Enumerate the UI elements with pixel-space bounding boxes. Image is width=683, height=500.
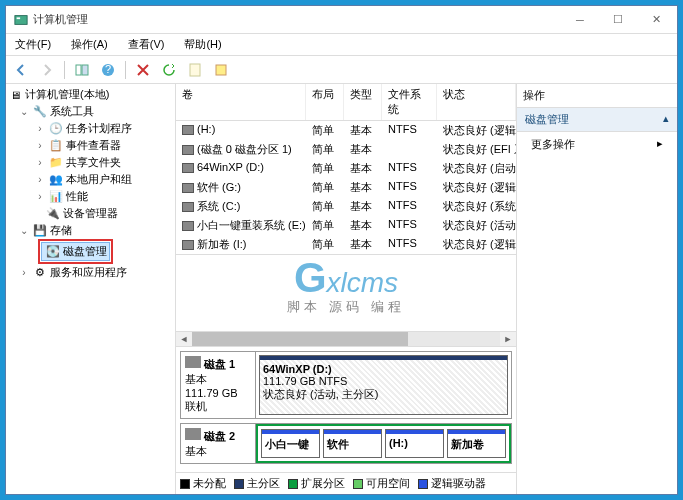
horizontal-scrollbar[interactable]: ◄ ► xyxy=(176,331,516,347)
disk-2-row[interactable]: 磁盘 2 基本 小白一键软件(H:)新加卷 xyxy=(180,423,512,464)
titlebar: 计算机管理 ─ ☐ ✕ xyxy=(6,6,677,34)
legend-swatch-unalloc xyxy=(180,479,190,489)
svg-text:?: ? xyxy=(105,63,111,75)
close-button[interactable]: ✕ xyxy=(637,7,675,33)
computer-management-window: 计算机管理 ─ ☐ ✕ 文件(F) 操作(A) 查看(V) 帮助(H) ? 🖥计… xyxy=(5,5,678,495)
collapse-arrow-icon: ▴ xyxy=(663,112,669,127)
tools-icon: 🔧 xyxy=(33,105,47,119)
forward-button[interactable] xyxy=(36,59,58,81)
volume-row[interactable]: 新加卷 (I:)简单基本NTFS状态良好 (逻辑驱 xyxy=(176,235,516,254)
disk-1-label: 磁盘 1 基本 111.79 GB 联机 xyxy=(181,352,256,418)
navigation-tree[interactable]: 🖥计算机管理(本地) ⌄🔧系统工具 ›🕒任务计划程序 ›📋事件查看器 ›📁共享文… xyxy=(6,84,176,494)
show-hide-icon[interactable] xyxy=(71,59,93,81)
properties-icon[interactable] xyxy=(184,59,206,81)
scroll-right-icon[interactable]: ► xyxy=(500,334,516,344)
tree-event-viewer[interactable]: 事件查看器 xyxy=(66,138,121,153)
services-icon: ⚙ xyxy=(33,266,47,280)
col-type[interactable]: 类型 xyxy=(344,84,382,120)
folder-icon: 📁 xyxy=(49,156,63,170)
disk-1-row[interactable]: 磁盘 1 基本 111.79 GB 联机 64WinXP (D:) 111.79… xyxy=(180,351,512,419)
col-filesystem[interactable]: 文件系统 xyxy=(382,84,437,120)
legend-swatch-free xyxy=(353,479,363,489)
maximize-button[interactable]: ☐ xyxy=(599,7,637,33)
tree-local-users[interactable]: 本地用户和组 xyxy=(66,172,132,187)
tree-system-tools[interactable]: 系统工具 xyxy=(50,104,94,119)
help-icon[interactable]: ? xyxy=(97,59,119,81)
volume-row[interactable]: 小白一键重装系统 (E:)简单基本NTFS状态良好 (活动, 主 xyxy=(176,216,516,235)
legend-swatch-primary xyxy=(234,479,244,489)
tree-task-scheduler[interactable]: 任务计划程序 xyxy=(66,121,132,136)
svg-rect-7 xyxy=(216,65,226,75)
partition[interactable]: 软件 xyxy=(323,429,382,458)
tree-services[interactable]: 服务和应用程序 xyxy=(50,265,127,280)
partition[interactable]: 小白一键 xyxy=(261,429,320,458)
clock-icon: 🕒 xyxy=(49,122,63,136)
disk-icon xyxy=(185,356,201,368)
volume-row[interactable]: 64WinXP (D:)简单基本NTFS状态良好 (启动, 页 xyxy=(176,159,516,178)
volume-list[interactable]: 卷 布局 类型 文件系统 状态 (H:)简单基本NTFS状态良好 (逻辑驱(磁盘… xyxy=(176,84,516,255)
tree-disk-management[interactable]: 磁盘管理 xyxy=(63,244,107,259)
partition[interactable]: (H:) xyxy=(385,429,444,458)
expand-icon[interactable]: › xyxy=(18,267,30,278)
actions-more[interactable]: 更多操作▸ xyxy=(517,132,677,157)
volume-header: 卷 布局 类型 文件系统 状态 xyxy=(176,84,516,121)
tree-shared-folders[interactable]: 共享文件夹 xyxy=(66,155,121,170)
expand-icon[interactable]: › xyxy=(34,174,46,185)
minimize-button[interactable]: ─ xyxy=(561,7,599,33)
svg-rect-6 xyxy=(190,64,200,76)
volume-row[interactable]: 系统 (C:)简单基本NTFS状态良好 (系统, 活 xyxy=(176,197,516,216)
storage-icon: 💾 xyxy=(33,224,47,238)
expand-icon[interactable]: › xyxy=(34,140,46,151)
svg-rect-3 xyxy=(82,65,88,75)
volume-row[interactable]: 软件 (G:)简单基本NTFS状态良好 (逻辑驱 xyxy=(176,178,516,197)
volume-row[interactable]: (H:)简单基本NTFS状态良好 (逻辑驱 xyxy=(176,121,516,140)
actions-section[interactable]: 磁盘管理▴ xyxy=(517,108,677,132)
col-volume[interactable]: 卷 xyxy=(176,84,306,120)
tree-device-manager[interactable]: 设备管理器 xyxy=(63,206,118,221)
watermark-area: Gxlcms 脚本 源码 编程 xyxy=(176,255,516,331)
perf-icon: 📊 xyxy=(49,190,63,204)
expand-icon[interactable]: › xyxy=(34,157,46,168)
col-layout[interactable]: 布局 xyxy=(306,84,344,120)
tree-storage[interactable]: 存储 xyxy=(50,223,72,238)
computer-icon: 🖥 xyxy=(8,88,22,102)
svg-rect-2 xyxy=(76,65,81,75)
toolbar: ? xyxy=(6,56,677,84)
legend: 未分配 主分区 扩展分区 可用空间 逻辑驱动器 xyxy=(176,472,516,494)
disk-2-label: 磁盘 2 基本 xyxy=(181,424,256,463)
delete-icon[interactable] xyxy=(132,59,154,81)
scroll-thumb[interactable] xyxy=(192,332,408,346)
expand-icon[interactable]: › xyxy=(34,191,46,202)
main-pane: 卷 布局 类型 文件系统 状态 (H:)简单基本NTFS状态良好 (逻辑驱(磁盘… xyxy=(176,84,517,494)
device-icon: 🔌 xyxy=(46,207,60,221)
tree-root[interactable]: 计算机管理(本地) xyxy=(25,87,109,102)
menu-file[interactable]: 文件(F) xyxy=(11,35,55,54)
legend-swatch-logical xyxy=(418,479,428,489)
back-button[interactable] xyxy=(10,59,32,81)
disk-graphical-view: 磁盘 1 基本 111.79 GB 联机 64WinXP (D:) 111.79… xyxy=(176,347,516,472)
volume-row[interactable]: (磁盘 0 磁盘分区 1)简单基本状态良好 (EFI 系统 xyxy=(176,140,516,159)
disk-icon xyxy=(185,428,201,440)
menu-view[interactable]: 查看(V) xyxy=(124,35,169,54)
tree-performance[interactable]: 性能 xyxy=(66,189,88,204)
menu-action[interactable]: 操作(A) xyxy=(67,35,112,54)
actions-title: 操作 xyxy=(517,84,677,108)
partition[interactable]: 新加卷 xyxy=(447,429,506,458)
expand-icon[interactable]: › xyxy=(34,123,46,134)
menu-help[interactable]: 帮助(H) xyxy=(180,35,225,54)
legend-swatch-extended xyxy=(288,479,298,489)
event-icon: 📋 xyxy=(49,139,63,153)
actions-pane: 操作 磁盘管理▴ 更多操作▸ xyxy=(517,84,677,494)
col-status[interactable]: 状态 xyxy=(437,84,516,120)
svg-rect-1 xyxy=(17,17,21,19)
collapse-icon[interactable]: ⌄ xyxy=(18,225,30,236)
refresh-icon[interactable] xyxy=(158,59,180,81)
options-icon[interactable] xyxy=(210,59,232,81)
users-icon: 👥 xyxy=(49,173,63,187)
window-title: 计算机管理 xyxy=(33,12,561,27)
partition-d[interactable]: 64WinXP (D:) 111.79 GB NTFS 状态良好 (活动, 主分… xyxy=(259,355,508,415)
app-icon xyxy=(14,13,28,27)
scroll-left-icon[interactable]: ◄ xyxy=(176,334,192,344)
collapse-icon[interactable]: ⌄ xyxy=(18,106,30,117)
submenu-arrow-icon: ▸ xyxy=(657,137,663,152)
